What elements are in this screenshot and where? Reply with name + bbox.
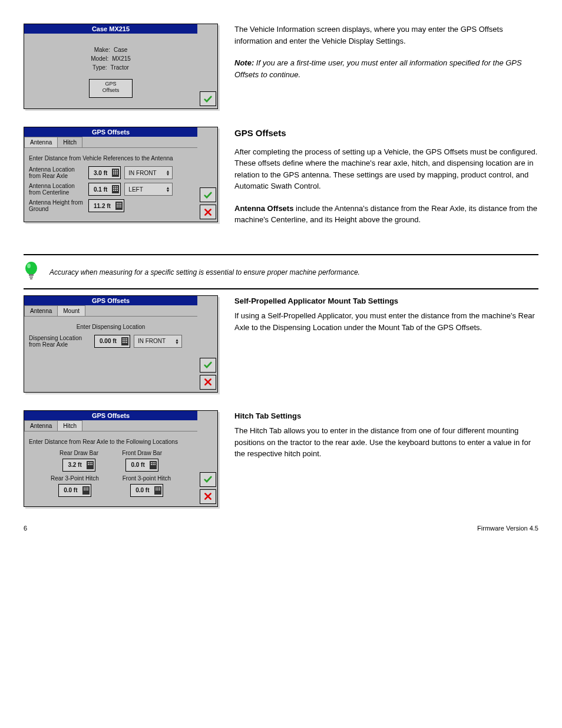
svg-rect-47 bbox=[90, 464, 91, 465]
svg-rect-18 bbox=[115, 190, 116, 191]
accept-button[interactable] bbox=[200, 358, 216, 373]
keypad-icon[interactable] bbox=[85, 460, 95, 470]
svg-rect-37 bbox=[124, 340, 125, 341]
tab-hitch[interactable]: Hitch bbox=[57, 420, 82, 431]
front-3pt-input[interactable]: 0.0 ft bbox=[130, 484, 163, 497]
centerline-direction[interactable]: LEFT▲▼ bbox=[124, 183, 173, 196]
mount-instructions: Enter Dispensing Location bbox=[29, 324, 193, 330]
svg-rect-48 bbox=[91, 464, 92, 465]
tab-hitch[interactable]: Hitch bbox=[57, 137, 82, 147]
svg-rect-64 bbox=[156, 487, 157, 489]
svg-rect-22 bbox=[118, 203, 120, 204]
rear-3pt-input[interactable]: 0.0 ft bbox=[58, 484, 91, 497]
svg-rect-14 bbox=[113, 188, 114, 189]
cancel-button[interactable] bbox=[200, 375, 216, 390]
tab-mount[interactable]: Mount bbox=[57, 305, 85, 316]
svg-rect-65 bbox=[157, 487, 158, 489]
svg-rect-12 bbox=[115, 186, 116, 187]
svg-rect-11 bbox=[113, 186, 114, 187]
svg-rect-24 bbox=[117, 205, 118, 206]
svg-rect-2 bbox=[115, 170, 116, 171]
firmware-version: Firmware Version 4.5 bbox=[477, 525, 538, 532]
gps-offsets-hitch-window: GPS Offsets Antenna Hitch Enter Distance… bbox=[24, 410, 218, 507]
gps-offsets-para1: After completing the process of setting … bbox=[234, 146, 538, 192]
svg-rect-7 bbox=[113, 173, 114, 174]
height-label: Antenna Height from Ground bbox=[29, 199, 85, 212]
svg-rect-44 bbox=[90, 462, 91, 463]
svg-rect-6 bbox=[117, 172, 118, 173]
svg-rect-69 bbox=[159, 489, 160, 490]
make-value: Case bbox=[114, 47, 127, 53]
tab-antenna[interactable]: Antenna bbox=[24, 305, 58, 316]
accept-button[interactable] bbox=[200, 472, 216, 487]
svg-rect-27 bbox=[117, 206, 118, 207]
svg-rect-62 bbox=[87, 489, 88, 490]
svg-rect-28 bbox=[118, 206, 120, 207]
gps-offsets-antenna-window: GPS Offsets Antenna Hitch Enter Distance… bbox=[24, 127, 218, 222]
keypad-icon[interactable] bbox=[114, 200, 124, 211]
window-title: Case MX215 bbox=[24, 24, 197, 34]
svg-rect-33 bbox=[123, 338, 124, 340]
dispensing-input[interactable]: 0.00 ft bbox=[94, 335, 130, 348]
svg-rect-13 bbox=[117, 186, 118, 187]
svg-rect-51 bbox=[153, 462, 154, 463]
svg-rect-1 bbox=[113, 170, 114, 171]
rear-axle-input[interactable]: 3.0 ft bbox=[88, 166, 121, 179]
svg-rect-41 bbox=[126, 342, 127, 343]
svg-rect-4 bbox=[113, 172, 114, 173]
vehicle-info-text: The Vehicle Information screen displays,… bbox=[234, 24, 538, 47]
window-title: GPS Offsets bbox=[24, 296, 197, 305]
tip-icon bbox=[24, 261, 39, 284]
tab-antenna[interactable]: Antenna bbox=[24, 420, 58, 431]
svg-rect-50 bbox=[151, 462, 152, 463]
svg-rect-53 bbox=[151, 464, 152, 465]
rear-drawbar-input[interactable]: 3.2 ft bbox=[62, 459, 95, 472]
model-value: MX215 bbox=[112, 55, 131, 62]
svg-point-31 bbox=[27, 263, 31, 268]
centerline-input[interactable]: 0.1 ft bbox=[88, 183, 121, 196]
dispensing-direction[interactable]: IN FRONT▲▼ bbox=[134, 335, 182, 348]
svg-rect-58 bbox=[85, 487, 87, 489]
gps-offsets-mount-window: GPS Offsets Antenna Mount Enter Dispensi… bbox=[24, 295, 218, 393]
svg-rect-40 bbox=[124, 342, 125, 343]
vehicle-info-window: Case MX215 Make:Case Model:MX215 Type:Tr… bbox=[24, 24, 218, 109]
svg-rect-5 bbox=[115, 172, 116, 173]
svg-rect-17 bbox=[113, 190, 114, 191]
front-drawbar-input[interactable]: 0.0 ft bbox=[125, 459, 158, 472]
accept-button[interactable] bbox=[200, 187, 216, 202]
centerline-label: Antenna Location from Centerline bbox=[29, 183, 85, 196]
keypad-icon[interactable] bbox=[111, 184, 120, 195]
dispensing-label: Dispensing Location from Rear Axle bbox=[29, 335, 91, 348]
tip-text: Accuracy when measuring for a specific s… bbox=[49, 268, 538, 276]
svg-rect-34 bbox=[124, 338, 125, 340]
svg-rect-68 bbox=[157, 489, 158, 490]
keypad-icon[interactable] bbox=[111, 167, 120, 178]
svg-rect-23 bbox=[120, 203, 121, 204]
tab-antenna[interactable]: Antenna bbox=[24, 137, 58, 147]
svg-rect-46 bbox=[88, 464, 89, 465]
mount-heading: Self-Propelled Applicator Mount Tab Sett… bbox=[234, 295, 538, 307]
svg-rect-15 bbox=[115, 188, 116, 189]
accept-button[interactable] bbox=[200, 91, 216, 106]
svg-rect-61 bbox=[85, 489, 87, 490]
svg-rect-60 bbox=[84, 489, 85, 490]
svg-rect-25 bbox=[118, 205, 120, 206]
keypad-icon[interactable] bbox=[120, 336, 130, 347]
window-title: GPS Offsets bbox=[24, 127, 197, 137]
gps-offsets-button[interactable]: GPSOffsets bbox=[89, 79, 133, 98]
svg-rect-59 bbox=[87, 487, 88, 489]
mount-para: If using a Self-Propelled Applicator, yo… bbox=[234, 310, 538, 333]
page-number: 6 bbox=[24, 525, 27, 532]
cancel-button[interactable] bbox=[200, 205, 216, 219]
cancel-button[interactable] bbox=[200, 489, 216, 504]
svg-rect-43 bbox=[88, 462, 89, 463]
rear-axle-direction[interactable]: IN FRONT▲▼ bbox=[124, 166, 173, 179]
keypad-icon[interactable] bbox=[153, 485, 163, 496]
keypad-icon[interactable] bbox=[148, 460, 158, 470]
height-input[interactable]: 11.2 ft bbox=[88, 199, 124, 212]
svg-point-30 bbox=[25, 262, 37, 275]
type-label: Type: bbox=[92, 64, 107, 71]
svg-rect-21 bbox=[117, 203, 118, 204]
keypad-icon[interactable] bbox=[81, 485, 91, 496]
front-drawbar-label: Front Draw Bar bbox=[122, 450, 162, 456]
